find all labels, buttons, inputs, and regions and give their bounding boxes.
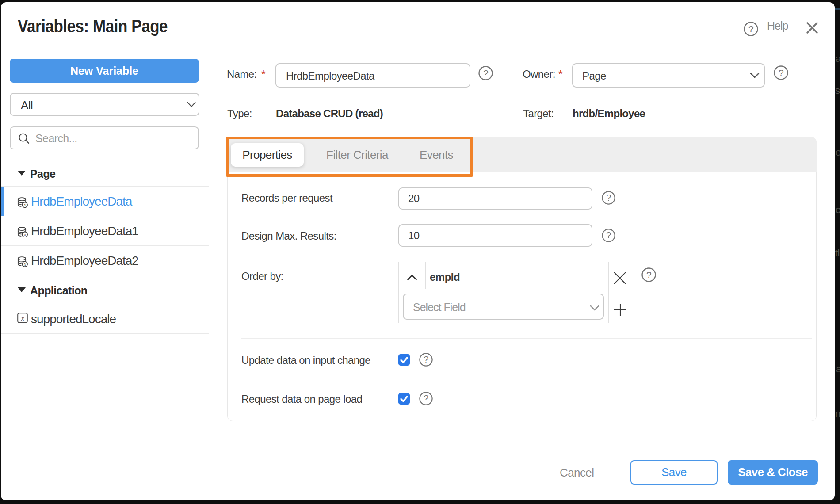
svg-text:?: ?	[606, 193, 611, 202]
svg-text:?: ?	[483, 68, 488, 78]
svg-text:?: ?	[424, 355, 428, 364]
svg-text:?: ?	[424, 393, 428, 403]
svg-text:x: x	[21, 315, 24, 322]
svg-text:?: ?	[606, 230, 611, 240]
svg-text:?: ?	[646, 270, 651, 280]
svg-text:?: ?	[748, 24, 753, 34]
svg-text:?: ?	[779, 68, 783, 78]
